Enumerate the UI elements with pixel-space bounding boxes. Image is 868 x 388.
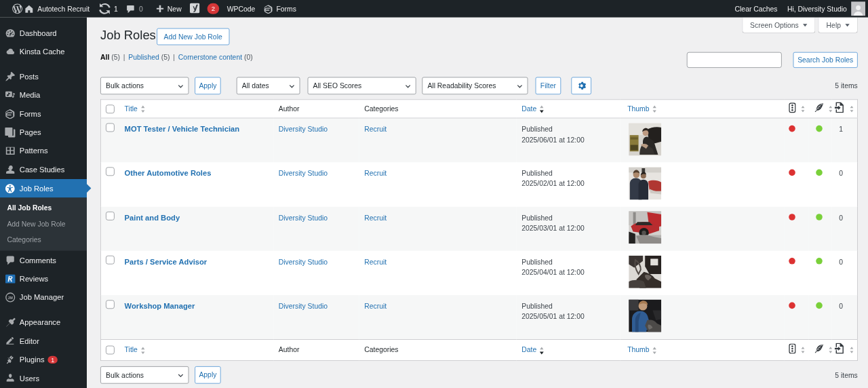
svg-text:JM: JM [7,296,12,300]
